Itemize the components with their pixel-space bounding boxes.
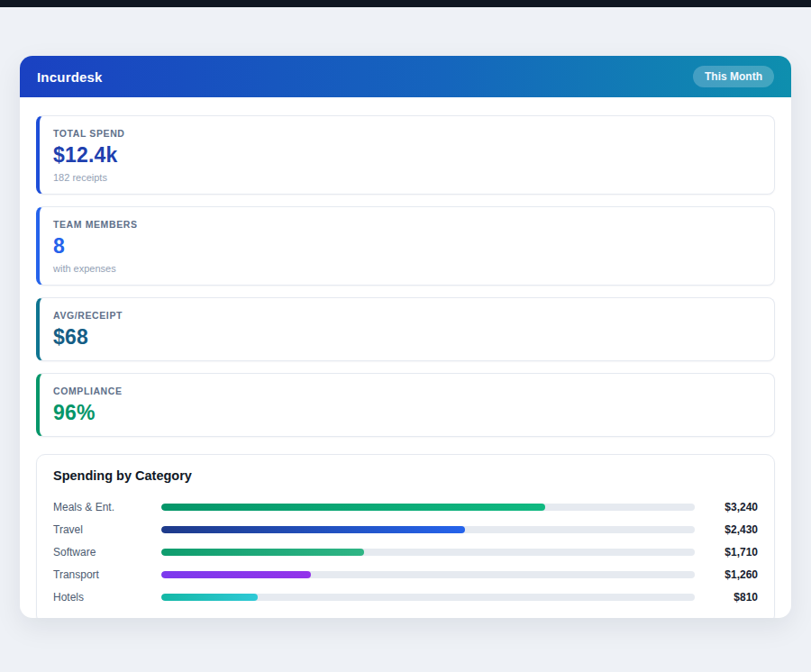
- category-amount: $810: [695, 591, 758, 604]
- dashboard-card: Incurdesk This Month TOTAL SPEND $12.4k …: [20, 56, 791, 618]
- dashboard-body: TOTAL SPEND $12.4k 182 receipts TEAM MEM…: [20, 97, 791, 618]
- category-amount: $1,260: [695, 568, 758, 581]
- stat-label: TEAM MEMBERS: [53, 219, 760, 230]
- bar-fill: [161, 594, 258, 601]
- stat-value: $68: [53, 325, 760, 350]
- stat-label: COMPLIANCE: [53, 386, 760, 396]
- category-label: Travel: [53, 523, 161, 536]
- stat-card-avg-receipt: AVG/RECEIPT $68: [36, 297, 775, 361]
- category-label: Meals & Ent.: [53, 501, 161, 513]
- category-label: Transport: [53, 568, 161, 581]
- period-badge[interactable]: This Month: [693, 66, 774, 87]
- stat-sub: 182 receipts: [53, 172, 760, 183]
- bar-track: [161, 549, 695, 556]
- bar-track: [161, 571, 695, 578]
- app-title: Incurdesk: [37, 69, 103, 85]
- stat-sub: with expenses: [53, 263, 760, 274]
- stat-label: TOTAL SPEND: [53, 128, 760, 139]
- stat-card-compliance: COMPLIANCE 96%: [36, 373, 775, 437]
- stat-value: 96%: [53, 401, 760, 425]
- stat-value: $12.4k: [53, 143, 760, 168]
- stat-card-team-members: TEAM MEMBERS 8 with expenses: [36, 206, 775, 286]
- bar-track: [161, 594, 695, 601]
- bar-fill: [161, 549, 364, 556]
- chart-row-hotels: Hotels $810: [53, 586, 758, 608]
- bar-fill: [161, 504, 545, 511]
- bar-track: [161, 526, 695, 533]
- category-label: Software: [53, 546, 161, 558]
- stat-label: AVG/RECEIPT: [53, 310, 760, 321]
- category-amount: $3,240: [695, 501, 758, 513]
- stat-value: 8: [53, 234, 760, 259]
- chart-title: Spending by Category: [53, 468, 758, 483]
- spending-by-category-card: Spending by Category Meals & Ent. $3,240…: [36, 454, 775, 618]
- app-header: Incurdesk This Month: [20, 56, 791, 97]
- bar-track: [161, 504, 695, 511]
- category-amount: $1,710: [695, 546, 758, 558]
- chart-row-software: Software $1,710: [53, 540, 758, 563]
- chart-row-travel: Travel $2,430: [53, 518, 758, 540]
- category-label: Hotels: [53, 591, 161, 604]
- top-strip: [0, 0, 811, 7]
- category-amount: $2,430: [695, 523, 758, 536]
- bar-fill: [161, 526, 465, 533]
- chart-row-transport: Transport $1,260: [53, 563, 758, 586]
- bar-fill: [161, 571, 311, 578]
- chart-row-meals: Meals & Ent. $3,240: [53, 495, 758, 518]
- stat-card-total-spend: TOTAL SPEND $12.4k 182 receipts: [36, 115, 775, 195]
